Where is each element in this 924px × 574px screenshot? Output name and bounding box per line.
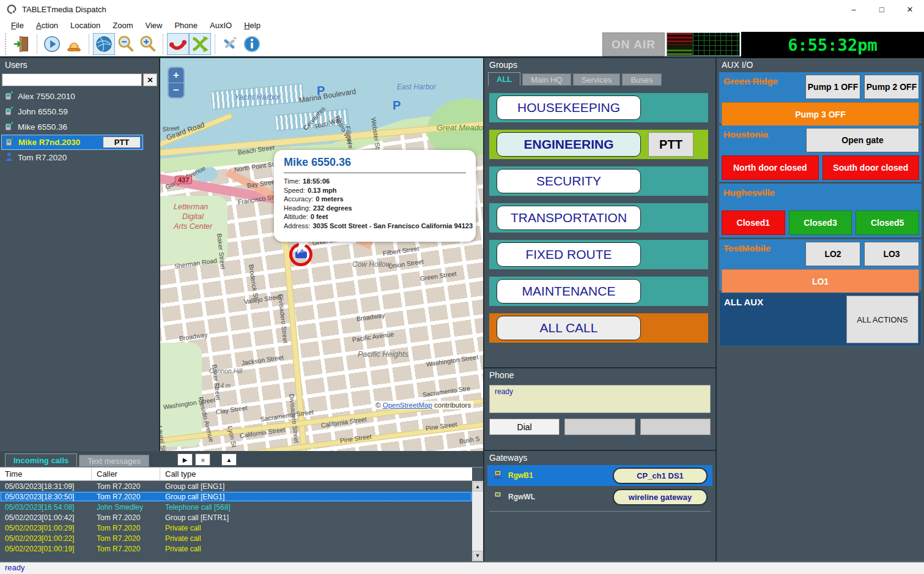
close-button[interactable]: ✕ <box>896 0 924 18</box>
calls-tab-incoming-calls[interactable]: Incoming calls <box>5 453 77 467</box>
menu-auxio[interactable]: AuxIO <box>204 21 238 30</box>
maximize-button[interactable]: □ <box>868 0 896 18</box>
phone-panel-title: Phone <box>484 368 715 382</box>
calls-tab-text-messages[interactable]: Text messages <box>79 455 149 467</box>
groups-tab-all[interactable]: ALL <box>488 72 520 86</box>
scroll-up-icon[interactable]: ▲ <box>473 482 482 491</box>
call-row[interactable]: 05/03/2023[18:31:09]Tom R7.2020Group cal… <box>0 481 472 491</box>
users-search-input[interactable] <box>2 73 142 86</box>
aux-button-closed1[interactable]: Closed1 <box>722 211 785 235</box>
group-ptt-button[interactable]: PTT <box>648 132 693 157</box>
openstreetmap-link[interactable]: OpenStreetMap <box>383 401 432 409</box>
aux-button-pump-2-off[interactable]: Pump 2 OFF <box>864 75 919 99</box>
call-row[interactable]: 05/02/2023[01:00:29]Tom R7.2020Private c… <box>0 523 472 533</box>
groups-tab-main-hq[interactable]: Main HQ <box>522 73 571 86</box>
column-header-time[interactable]: Time <box>0 468 92 480</box>
aux-button-open-gate[interactable]: Open gate <box>806 128 919 152</box>
user-row-mike-6550-36[interactable]: Mike 6550.36 <box>1 119 158 135</box>
user-row-john-6550-59[interactable]: John 6550.59 <box>1 104 158 119</box>
column-header-caller[interactable]: Caller <box>92 468 160 480</box>
start-icon[interactable] <box>41 33 63 55</box>
user-row-alex-7550-2010[interactable]: Alex 7550.2010 <box>1 89 158 104</box>
call-row[interactable]: 05/03/2023[16:54:08]John SmedleyTelephon… <box>0 502 472 512</box>
play-button[interactable]: ▶ <box>177 453 193 466</box>
user-row-tom-r7-2020[interactable]: Tom R7.2020 <box>1 150 158 165</box>
aux-button-closed3[interactable]: Closed3 <box>789 211 852 235</box>
groups-list: HOUSEKEEPINGENGINEERINGPTTSECURITYTRANSP… <box>484 93 715 343</box>
toolbar-drag-handle[interactable] <box>5 34 7 54</box>
menu-view[interactable]: View <box>139 21 169 30</box>
user-name: Mike 6550.36 <box>18 122 67 132</box>
gateway-row-rgwwl[interactable]: RgwWLwireline gateway <box>487 486 712 507</box>
calls-table-header: TimeCallerCall type <box>0 468 472 481</box>
zoom-in-button[interactable]: + <box>169 68 183 83</box>
all-aux-section: ALL AUX ALL ACTIONS <box>719 293 922 346</box>
call-row[interactable]: 05/02/2023[01:00:42]Tom R7.2020Group cal… <box>0 512 472 523</box>
toolbar-separator <box>37 34 37 54</box>
aux-button-lo3[interactable]: LO3 <box>864 242 919 266</box>
phone-blank-button-2[interactable] <box>640 419 711 435</box>
gateway-row-rgwb1[interactable]: RgwB1CP_ch1 DS1 <box>487 465 712 486</box>
gateway-channel-button-wireline-gateway[interactable]: wireline gateway <box>613 489 708 505</box>
group-button-fixed-route[interactable]: FIXED ROUTE <box>497 242 641 267</box>
all-actions-button[interactable]: ALL ACTIONS <box>846 296 918 343</box>
phone-call-icon[interactable] <box>167 33 189 55</box>
aux-button-north-door-closed[interactable]: North door closed <box>722 155 819 180</box>
group-button-all-call[interactable]: ALL CALL <box>497 316 641 340</box>
exit-door-icon[interactable] <box>11 33 33 55</box>
group-button-maintenance[interactable]: MAINTENANCE <box>497 279 641 304</box>
minimize-button[interactable]: – <box>840 0 868 18</box>
popup-field-value: 0.13 mph <box>308 187 337 194</box>
user-name: Alex 7550.2010 <box>18 92 75 101</box>
groups-tab-buses[interactable]: Buses <box>622 73 661 86</box>
calls-scrollbar[interactable]: ▲ ▼ <box>472 481 483 561</box>
group-button-security[interactable]: SECURITY <box>497 169 641 193</box>
menu-location[interactable]: Location <box>64 21 106 30</box>
tools-icon[interactable] <box>219 33 241 55</box>
menu-help[interactable]: Help <box>238 21 267 30</box>
clear-search-button[interactable]: ✕ <box>143 73 157 86</box>
map-view[interactable]: Yacht HarborEast HarborMarina BoulevardG… <box>160 58 483 451</box>
vu-meter <box>667 33 693 56</box>
status-text: ready <box>5 563 25 572</box>
menu-zoom[interactable]: Zoom <box>106 21 139 30</box>
user-ptt-button[interactable]: PTT <box>103 136 141 148</box>
eject-button[interactable]: ▲ <box>221 453 237 466</box>
patch-arrows-icon[interactable] <box>189 33 211 55</box>
playback-controls: ▶■▲ <box>177 453 237 466</box>
menu-phone[interactable]: Phone <box>168 21 204 30</box>
zoom-out-button[interactable]: − <box>169 83 183 97</box>
call-row[interactable]: 05/02/2023[01:00:19]Tom R7.2020Private c… <box>0 543 472 554</box>
aux-button-pump-3-off[interactable]: Pump 3 OFF <box>722 102 919 127</box>
zoom-out-icon[interactable] <box>115 33 137 55</box>
alarm-siren-icon[interactable] <box>63 33 85 55</box>
user-name: John 6550.59 <box>18 107 68 116</box>
user-row-mike-r7nd-2030[interactable]: Mike R7nd.2030PTT <box>1 135 143 150</box>
aux-button-pump-1-off[interactable]: Pump 1 OFF <box>805 75 860 99</box>
aux-button-south-door-closed[interactable]: South door closed <box>822 155 920 180</box>
call-row[interactable]: 05/02/2023[01:00:22]Tom R7.2020Private c… <box>0 533 472 543</box>
scroll-down-icon[interactable]: ▼ <box>473 551 482 561</box>
map-label-yacht-harbor: Yacht Harbor <box>234 92 281 102</box>
aux-button-lo1[interactable]: LO1 <box>722 269 919 294</box>
radio-user-icon <box>4 121 14 133</box>
network-globe-icon[interactable] <box>93 33 115 55</box>
menu-action[interactable]: Action <box>30 21 64 30</box>
gateway-channel-button-cp-ch1-ds1[interactable]: CP_ch1 DS1 <box>613 468 708 484</box>
column-header-call-type[interactable]: Call type <box>160 468 472 480</box>
group-button-engineering[interactable]: ENGINEERING <box>497 132 641 157</box>
phone-dial-button[interactable]: Dial <box>489 419 560 435</box>
phone-blank-button-1[interactable] <box>564 419 635 435</box>
groups-tabs: ALLMain HQServicesBuses <box>488 72 715 86</box>
groups-tab-services[interactable]: Services <box>573 73 621 86</box>
aux-button-lo2[interactable]: LO2 <box>805 242 860 266</box>
call-row[interactable]: 05/03/2023[18:30:50]Tom R7.2020Group cal… <box>0 491 472 502</box>
menu-file[interactable]: File <box>5 21 30 30</box>
group-button-transportation[interactable]: TRANSPORTATION <box>497 206 641 230</box>
call-caller: Tom R7.2020 <box>92 482 160 491</box>
zoom-in-icon[interactable] <box>137 33 159 55</box>
group-button-housekeeping[interactable]: HOUSEKEEPING <box>497 95 641 120</box>
stop-button[interactable]: ■ <box>195 453 210 466</box>
aux-button-closed5[interactable]: Closed5 <box>856 211 919 235</box>
info-icon[interactable] <box>241 33 263 55</box>
